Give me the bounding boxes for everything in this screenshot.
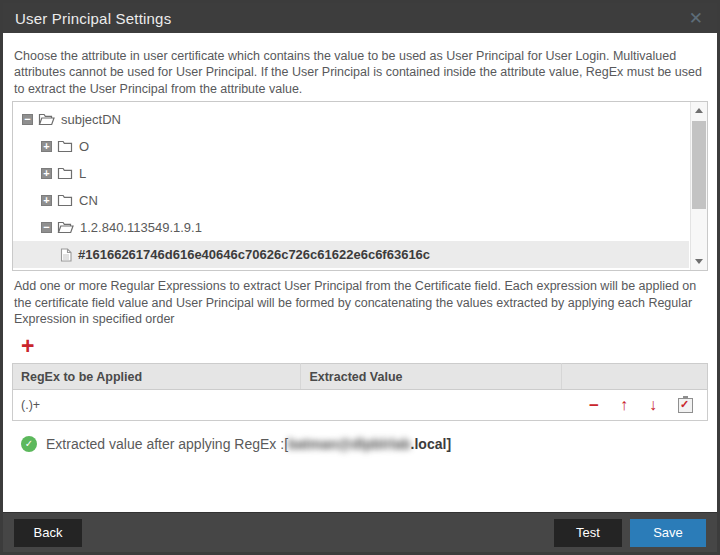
tree-item-oid[interactable]: − 1.2.840.113549.1.9.1	[13, 214, 689, 241]
expand-icon[interactable]: +	[41, 195, 52, 206]
tree-item-label: L	[79, 166, 86, 181]
move-down-icon[interactable]: ↓	[649, 397, 657, 413]
remove-row-icon[interactable]: −	[589, 397, 599, 414]
save-button[interactable]: Save	[630, 519, 706, 547]
dialog-footer: Back Test Save	[3, 512, 717, 552]
move-up-icon[interactable]: ↑	[620, 397, 628, 413]
column-header-actions	[562, 364, 708, 390]
row-actions: − ↑ ↓ ✓	[570, 397, 699, 414]
dialog-title: User Principal Settings	[15, 10, 171, 27]
expand-icon[interactable]: +	[41, 168, 52, 179]
success-check-icon: ✓	[21, 436, 37, 452]
regex-table: RegEx to be Applied Extracted Value (.)+…	[12, 363, 708, 421]
tree-scrollbar[interactable]	[690, 102, 707, 270]
intro-text: Choose the attribute in user certificate…	[12, 48, 708, 97]
regex-cell: (.)+	[13, 390, 301, 421]
collapse-icon[interactable]: −	[41, 222, 52, 233]
folder-closed-icon	[57, 194, 73, 207]
column-header-regex: RegEx to be Applied	[13, 364, 301, 390]
scrollbar-thumb[interactable]	[692, 121, 706, 209]
tree-item-label: subjectDN	[61, 112, 121, 127]
dialog-content: Choose the attribute in user certificate…	[3, 33, 717, 512]
tree-item-subjectdn[interactable]: − subjectDN	[13, 106, 689, 133]
tree-item-o[interactable]: + O	[13, 133, 689, 160]
tree-item-label: 1.2.840.113549.1.9.1	[80, 220, 202, 235]
add-regex-button[interactable]: +	[21, 336, 34, 356]
close-icon[interactable]: ✕	[685, 8, 707, 29]
validate-regex-icon[interactable]: ✓	[678, 398, 693, 413]
extracted-value-result: ✓ Extracted value after applying RegEx :…	[21, 436, 708, 452]
extracted-value-cell	[301, 390, 562, 421]
regex-intro-text: Add one or more Regular Expressions to e…	[12, 278, 708, 327]
scroll-down-button[interactable]	[691, 253, 707, 270]
tree-item-cn[interactable]: + CN	[13, 187, 689, 214]
user-principal-settings-dialog: User Principal Settings ✕ Choose the att…	[0, 0, 720, 555]
triangle-down-icon	[695, 259, 703, 264]
folder-closed-icon	[57, 167, 73, 180]
tree-item-label: CN	[79, 193, 98, 208]
triangle-up-icon	[695, 108, 703, 113]
folder-open-icon	[38, 113, 55, 126]
test-button[interactable]: Test	[554, 519, 622, 547]
regex-table-header: RegEx to be Applied Extracted Value	[13, 364, 708, 390]
collapse-icon[interactable]: −	[22, 114, 33, 125]
result-redacted-value: batman@dlpblrlab	[288, 436, 411, 452]
folder-closed-icon	[57, 140, 73, 153]
dialog-titlebar: User Principal Settings ✕	[3, 3, 717, 33]
tree-item-l[interactable]: + L	[13, 160, 689, 187]
regex-table-row: (.)+ − ↑ ↓ ✓	[13, 390, 708, 421]
scroll-up-button[interactable]	[691, 102, 707, 119]
column-header-extracted-value: Extracted Value	[301, 364, 562, 390]
result-close-bracket: ]	[446, 436, 451, 452]
result-label: Extracted value after applying RegEx :	[46, 436, 284, 452]
folder-open-icon	[57, 221, 74, 234]
file-icon	[60, 248, 72, 262]
back-button[interactable]: Back	[14, 519, 82, 547]
certificate-attribute-tree: − subjectDN + O + L	[12, 101, 708, 271]
tree-item-label: O	[79, 139, 89, 154]
result-suffix: .local	[411, 436, 447, 452]
expand-icon[interactable]: +	[41, 141, 52, 152]
tree-item-attribute-value[interactable]: #16166261746d616e40646c70626c726c61622e6…	[13, 241, 689, 268]
tree-item-label: #16166261746d616e40646c70626c726c61622e6…	[78, 247, 430, 262]
